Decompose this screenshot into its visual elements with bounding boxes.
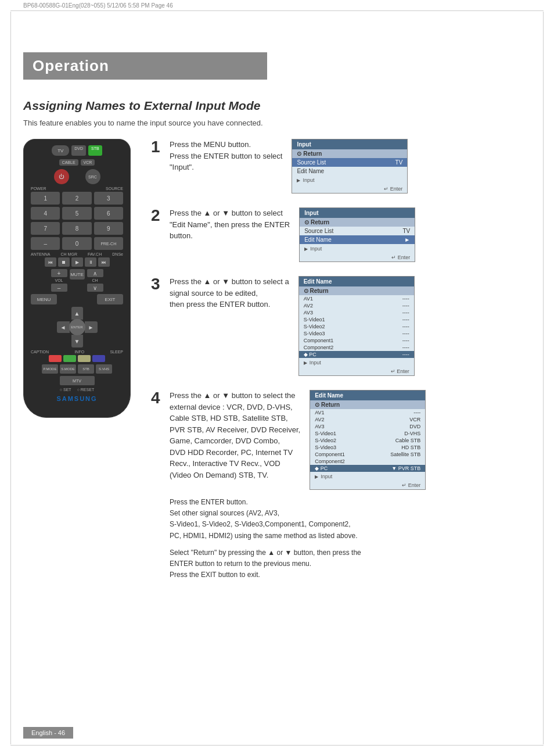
step-3-svideo1: S-Video1---- [299, 316, 414, 323]
dpad-down[interactable]: ▼ [71, 335, 83, 347]
step-1-enter: Enter [292, 185, 407, 193]
step-3: 3 Press the ▲ or ▼ button to select asig… [151, 276, 531, 378]
step-2-menu: Input ⊙ Return Source ListTV Edit Name► … [299, 207, 415, 262]
play-button[interactable]: ▶ [71, 257, 83, 267]
step-3-text: Press the ▲ or ▼ button to select asigna… [170, 276, 289, 310]
btn-5[interactable]: 5 [62, 207, 91, 220]
btn-0[interactable]: 0 [62, 237, 91, 250]
step-4-svideo2: S-Video2Cable STB [310, 437, 425, 444]
red-button[interactable] [49, 355, 62, 362]
step-1-input-label: Input [292, 175, 407, 185]
remote-top-bar: TV DVD STB [31, 145, 123, 156]
dvd-chip[interactable]: DVD [71, 145, 86, 156]
btn-3[interactable]: 3 [94, 192, 123, 205]
step-2-item-return: ⊙ Return [300, 218, 415, 227]
ch-down[interactable]: ∨ [87, 284, 103, 292]
border-bottom [10, 745, 544, 746]
stb-mode-button[interactable]: STB [78, 364, 94, 374]
step-3-pc: ◆ PC---- [299, 351, 414, 358]
step-3-comp1: Component1---- [299, 337, 414, 344]
btn-1[interactable]: 1 [31, 192, 60, 205]
stop-button[interactable]: ⏹ [58, 257, 70, 267]
step-4: 4 Press the ▲ or ▼ button to select thee… [151, 390, 531, 581]
btn-8[interactable]: 8 [62, 222, 91, 235]
step-2-input-label: Input [300, 244, 415, 253]
step-3-svideo2: S-Video2---- [299, 323, 414, 330]
cable-chip[interactable]: CABLE [59, 159, 78, 166]
dpad-up[interactable]: ▲ [71, 307, 83, 320]
border-right [543, 12, 544, 744]
tv-button[interactable]: TV [52, 145, 69, 156]
remote-control: TV DVD STB CABLE VCR ⏻ SRC POWER SOURCE [23, 139, 131, 418]
btn-prech[interactable]: PRE-CH [94, 237, 123, 250]
border-left [10, 12, 11, 744]
btn-4[interactable]: 4 [31, 207, 60, 220]
vol-control: + VOL – [51, 269, 67, 292]
step-3-item-return: ⊙ Return [299, 286, 414, 295]
vol-down[interactable]: – [51, 284, 67, 292]
btn-dash[interactable]: – [31, 237, 60, 250]
step-4-menu: Edit Name ⊙ Return AV1---- AV2VCR AV3DVD… [310, 390, 426, 490]
caption-label: CAPTION [31, 350, 49, 354]
step-4-enter: Enter [310, 481, 425, 489]
step-1-number: 1 [151, 139, 163, 155]
step-4-menu-title: Edit Name [310, 390, 425, 400]
step-4-extra2: Select "Return" by pressing the ▲ or ▼ b… [170, 547, 531, 581]
dpad-left[interactable]: ◄ [57, 321, 70, 333]
btn-6[interactable]: 6 [94, 207, 123, 220]
step-2-text: Press the ▲ or ▼ button to select"Edit N… [170, 207, 290, 242]
s-mode-button[interactable]: S.MODE [60, 364, 76, 374]
step-2-content: Press the ▲ or ▼ button to select"Edit N… [170, 207, 531, 264]
sleep-label: SLEEP [110, 350, 123, 354]
vol-up[interactable]: + [51, 269, 67, 277]
step-3-input-label: Input [299, 358, 414, 367]
step-4-pc: ◆ PC▼ PVR STB [310, 465, 425, 472]
step-3-enter: Enter [299, 367, 414, 375]
step-4-item-return: ⊙ Return [310, 400, 425, 409]
number-grid: 1 2 3 4 5 6 7 8 9 – 0 PRE-CH [31, 192, 123, 250]
yellow-button[interactable] [78, 355, 91, 362]
exit-button[interactable]: EXIT [97, 294, 123, 304]
antenna-labels: ANTENNA CH MGR FAV.CH DNSe [31, 252, 123, 256]
power-source-row: ⏻ SRC [31, 169, 123, 184]
green-button[interactable] [63, 355, 76, 362]
ff-button[interactable]: ⏭ [98, 257, 110, 267]
p-mode-button[interactable]: P.MODE [42, 364, 58, 374]
step-1-menu: Input ⊙ Return Source ListTV Edit Name I… [292, 139, 408, 194]
blue-button[interactable] [92, 355, 105, 362]
step-2-item-source: Source ListTV [300, 227, 415, 235]
dpad-enter[interactable]: ENTER [69, 319, 85, 335]
s-vhs-button[interactable]: S.VHS [96, 364, 112, 374]
step-3-number: 3 [151, 276, 163, 292]
steps-area: 1 Press the MENU button.Press the ENTER … [151, 139, 531, 592]
mtv-button[interactable]: MTV [60, 376, 95, 385]
vol-ch-controls: + VOL – MUTE ∧ CH ∨ [31, 269, 123, 292]
section-heading: Assigning Names to External Input Mode [23, 99, 531, 113]
step-4-svideo3: S-Video3HD STB [310, 444, 425, 451]
mute-button[interactable]: MUTE [70, 269, 85, 280]
rew-button[interactable]: ⏮ [45, 257, 56, 267]
step-1-menu-title: Input [292, 139, 407, 149]
btn-9[interactable]: 9 [94, 222, 123, 235]
source-label: SOURCE [106, 187, 123, 191]
step-3-menu-title: Edit Name [299, 277, 414, 286]
footer-label: English - 46 [23, 727, 73, 739]
border-top [10, 10, 544, 11]
step-4-extra1: Press the ENTER button. Set other signal… [170, 497, 531, 542]
step-4-av2: AV2VCR [310, 416, 425, 423]
source-button[interactable]: SRC [85, 169, 100, 184]
antenna-label: ANTENNA [31, 252, 50, 256]
btn-2[interactable]: 2 [62, 192, 91, 205]
btn-7[interactable]: 7 [31, 222, 60, 235]
content-row: TV DVD STB CABLE VCR ⏻ SRC POWER SOURCE [23, 139, 531, 592]
power-button[interactable]: ⏻ [54, 169, 69, 184]
dpad-right[interactable]: ► [85, 321, 98, 333]
ch-up[interactable]: ∧ [87, 269, 103, 277]
vcr-chip[interactable]: VCR [81, 159, 95, 166]
caption-row: CAPTION INFO SLEEP [31, 350, 123, 354]
step-1-content: Press the MENU button.Press the ENTER bu… [170, 139, 531, 196]
pause-button[interactable]: ⏸ [85, 257, 96, 267]
menu-button[interactable]: MENU [31, 294, 57, 304]
stb-chip[interactable]: STB [88, 145, 102, 156]
bottom-row1: P.MODE S.MODE STB S.VHS [31, 364, 123, 374]
